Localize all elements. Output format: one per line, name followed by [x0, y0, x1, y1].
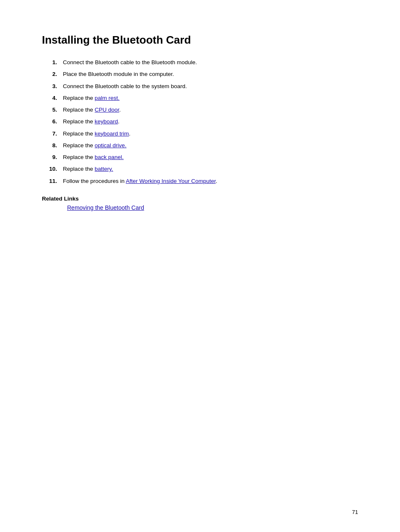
page-number: 71 — [352, 509, 358, 515]
step-number: 4. — [42, 94, 57, 102]
list-item: 9. Replace the back panel. — [42, 153, 358, 162]
step-number: 11. — [42, 177, 57, 185]
list-item: 7. Replace the keyboard trim. — [42, 130, 358, 138]
related-links-section: Related Links Removing the Bluetooth Car… — [42, 196, 358, 211]
step-content: Replace the keyboard trim. — [63, 130, 358, 138]
back-panel-link[interactable]: back panel. — [95, 154, 124, 160]
related-link-item: Removing the Bluetooth Card — [67, 204, 358, 211]
step-content: Connect the Bluetooth cable to the Bluet… — [63, 58, 358, 67]
removing-bluetooth-card-link[interactable]: Removing the Bluetooth Card — [67, 204, 144, 211]
step-content: Follow the procedures in After Working I… — [63, 177, 358, 185]
cpu-door-link[interactable]: CPU door — [95, 107, 119, 113]
list-item: 6. Replace the keyboard. — [42, 117, 358, 126]
step-content: Replace the optical drive. — [63, 141, 358, 150]
step-content: Connect the Bluetooth cable to the syste… — [63, 82, 358, 91]
battery-link[interactable]: battery. — [95, 166, 113, 172]
list-item: 8. Replace the optical drive. — [42, 141, 358, 150]
list-item: 4. Replace the palm rest. — [42, 94, 358, 102]
step-number: 5. — [42, 106, 57, 114]
list-item: 3. Connect the Bluetooth cable to the sy… — [42, 82, 358, 91]
related-links-title: Related Links — [42, 196, 358, 202]
step-content: Replace the keyboard. — [63, 117, 358, 126]
step-number: 1. — [42, 58, 57, 67]
step-number: 2. — [42, 70, 57, 78]
list-item: 11. Follow the procedures in After Worki… — [42, 177, 358, 185]
step-number: 7. — [42, 130, 57, 138]
step-number: 6. — [42, 117, 57, 126]
step-content: Replace the palm rest. — [63, 94, 358, 102]
after-working-link[interactable]: After Working Inside Your Computer — [126, 178, 216, 184]
list-item: 2. Place the Bluetooth module in the com… — [42, 70, 358, 78]
list-item: 5. Replace the CPU door. — [42, 106, 358, 114]
step-number: 3. — [42, 82, 57, 91]
step-content: Replace the CPU door. — [63, 106, 358, 114]
step-number: 8. — [42, 141, 57, 150]
keyboard-trim-link[interactable]: keyboard trim — [95, 130, 129, 137]
keyboard-link[interactable]: keyboard — [95, 118, 118, 125]
palm-rest-link[interactable]: palm rest. — [95, 95, 119, 101]
step-content: Replace the back panel. — [63, 153, 358, 162]
step-content: Replace the battery. — [63, 165, 358, 173]
step-number: 10. — [42, 165, 57, 173]
optical-drive-link[interactable]: optical drive. — [95, 142, 127, 149]
steps-list: 1. Connect the Bluetooth cable to the Bl… — [42, 58, 358, 185]
list-item: 1. Connect the Bluetooth cable to the Bl… — [42, 58, 358, 67]
step-content: Place the Bluetooth module in the comput… — [63, 70, 358, 78]
page-title: Installing the Bluetooth Card — [42, 34, 358, 47]
page-container: Installing the Bluetooth Card 1. Connect… — [0, 0, 400, 238]
list-item: 10. Replace the battery. — [42, 165, 358, 173]
step-number: 9. — [42, 153, 57, 162]
related-links-list: Removing the Bluetooth Card — [42, 204, 358, 211]
